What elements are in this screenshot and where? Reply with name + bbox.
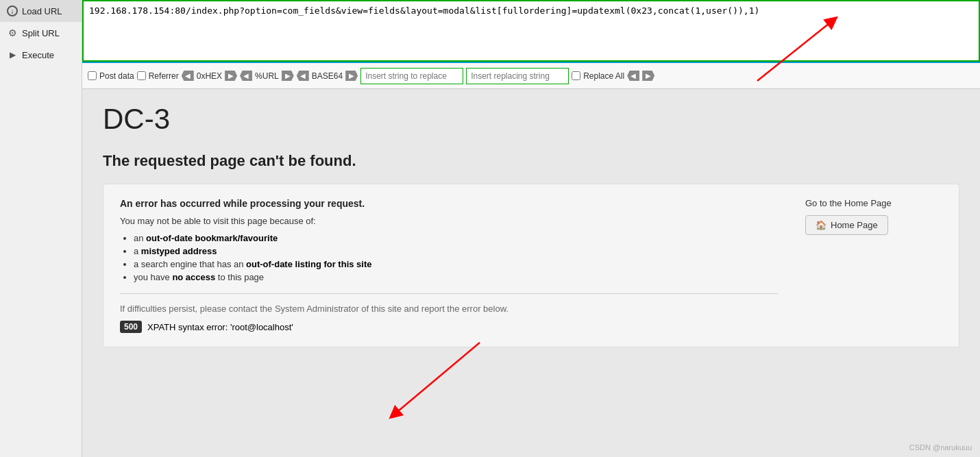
oxhex-group: ◀ 0xHEX ▶ bbox=[182, 71, 237, 81]
load-url-icon: ↓ bbox=[7, 5, 18, 16]
post-data-label: Post data bbox=[99, 71, 134, 81]
error-code-bar: 500 XPATH syntax error: 'root@localhost' bbox=[120, 321, 293, 333]
error-title: An error has occurred while processing y… bbox=[120, 198, 778, 209]
list-item: an out-of-date bookmark/favourite bbox=[134, 233, 778, 243]
base64-label: BASE64 bbox=[312, 71, 343, 81]
referrer-checkbox-label[interactable]: Referrer bbox=[137, 71, 179, 81]
oxhex-label: 0xHEX bbox=[197, 71, 222, 81]
split-url-icon: ⚙ bbox=[7, 27, 18, 38]
execute-label: Execute bbox=[22, 50, 54, 60]
url-left-arrow[interactable]: ◀ bbox=[240, 71, 252, 81]
insert-string-input[interactable] bbox=[360, 68, 463, 84]
main-content: DC-3 The requested page can't be found. … bbox=[82, 89, 980, 457]
sidebar: ↓ Load URL ⚙ Split URL ▶ Execute bbox=[0, 0, 82, 457]
post-data-checkbox[interactable] bbox=[88, 71, 97, 80]
replace-left-arrow[interactable]: ◀ bbox=[627, 71, 639, 81]
error-list: an out-of-date bookmark/favourite a mist… bbox=[120, 233, 778, 282]
base64-group: ◀ BASE64 ▶ bbox=[297, 71, 358, 81]
list-item: you have no access to this page bbox=[134, 272, 778, 282]
page-title: DC-3 bbox=[103, 103, 959, 136]
replace-all-text: Replace All bbox=[583, 71, 624, 81]
url-label: %URL bbox=[255, 71, 279, 81]
error-box: An error has occurred while processing y… bbox=[103, 184, 959, 347]
insert-replacing-input[interactable] bbox=[466, 68, 569, 84]
oxhex-left-arrow[interactable]: ◀ bbox=[182, 71, 194, 81]
referrer-checkbox[interactable] bbox=[137, 71, 146, 80]
go-home-label: Go to the Home Page bbox=[805, 198, 942, 208]
oxhex-right-arrow[interactable]: ▶ bbox=[225, 71, 237, 81]
split-url-label: Split URL bbox=[22, 28, 60, 38]
status-badge: 500 bbox=[120, 321, 142, 333]
replace-right-arrow[interactable]: ▶ bbox=[642, 71, 654, 81]
error-message: XPATH syntax error: 'root@localhost' bbox=[147, 322, 293, 332]
home-page-button[interactable]: 🏠 Home Page bbox=[805, 215, 888, 235]
toolbar: Post data Referrer ◀ 0xHEX ▶ ◀ %URL ▶ ◀ … bbox=[82, 62, 980, 89]
error-desc: You may not be able to visit this page b… bbox=[120, 216, 778, 226]
execute-icon: ▶ bbox=[7, 49, 18, 60]
url-input[interactable]: 192.168.178.154:80/index.php?option=com_… bbox=[89, 5, 973, 56]
sidebar-item-load-url[interactable]: ↓ Load URL bbox=[0, 0, 82, 22]
replace-all-label[interactable]: Replace All bbox=[572, 71, 624, 81]
post-data-checkbox-label[interactable]: Post data bbox=[88, 71, 134, 81]
url-bar: 192.168.178.154:80/index.php?option=com_… bbox=[82, 0, 980, 62]
url-right-arrow[interactable]: ▶ bbox=[282, 71, 294, 81]
error-left: An error has occurred while processing y… bbox=[120, 198, 778, 333]
load-url-label: Load URL bbox=[22, 6, 62, 16]
list-item: a search engine that has an out-of-date … bbox=[134, 259, 778, 269]
base64-right-arrow[interactable]: ▶ bbox=[345, 71, 358, 81]
replace-all-checkbox[interactable] bbox=[572, 71, 580, 80]
base64-left-arrow[interactable]: ◀ bbox=[297, 71, 309, 81]
error-right: Go to the Home Page 🏠 Home Page bbox=[805, 198, 942, 333]
sidebar-item-split-url[interactable]: ⚙ Split URL bbox=[0, 22, 82, 44]
home-icon: 🏠 bbox=[816, 220, 826, 230]
watermark: CSDN @narukuuu bbox=[909, 443, 972, 452]
list-item: a mistyped address bbox=[134, 246, 778, 256]
sidebar-item-execute[interactable]: ▶ Execute bbox=[0, 44, 82, 66]
home-btn-label: Home Page bbox=[831, 220, 878, 230]
url-group: ◀ %URL ▶ bbox=[240, 71, 294, 81]
page-not-found: The requested page can't be found. bbox=[103, 152, 959, 170]
contact-text: If difficulties persist, please contact … bbox=[120, 293, 778, 314]
referrer-label: Referrer bbox=[149, 71, 179, 81]
